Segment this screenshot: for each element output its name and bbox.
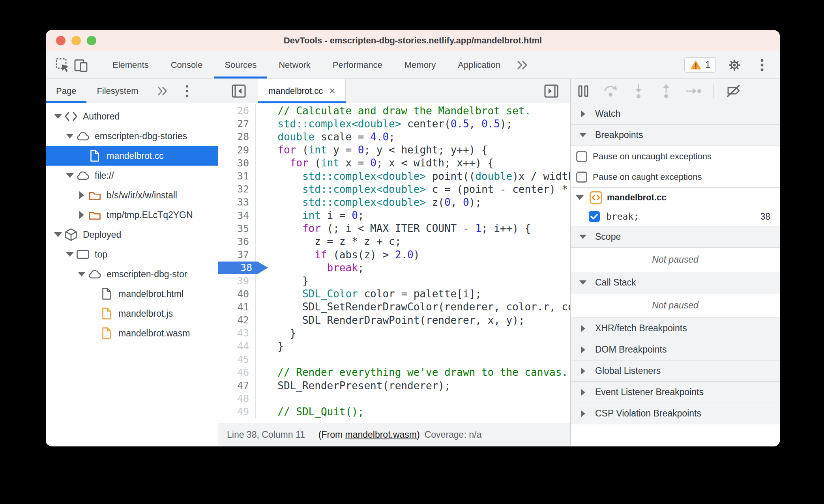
line-number[interactable]: 39 (218, 274, 256, 287)
tree-item-mandelbrot-cc[interactable]: mandelbrot.cc (46, 146, 218, 166)
line-number[interactable]: 26 (218, 104, 256, 117)
line-number[interactable]: 43 (218, 327, 256, 340)
chevron-down-icon[interactable] (64, 252, 76, 257)
kebab-icon[interactable] (753, 56, 771, 74)
tree-item-authored[interactable]: Authored (46, 106, 218, 126)
line-number[interactable]: 30 (218, 157, 256, 170)
code-line-43[interactable]: 43 } (218, 327, 570, 340)
code-line-29[interactable]: 29 for (int y = 0; y < height; y++) { (218, 144, 570, 157)
chevron-down-icon[interactable] (52, 232, 64, 237)
tree-item-mandelbrot-wasm[interactable]: mandelbrot.wasm (46, 323, 218, 343)
code-line-38[interactable]: 38 break; (218, 261, 570, 274)
chevron-right-icon[interactable] (76, 191, 88, 199)
issues-badge[interactable]: 1 (684, 57, 716, 73)
checkbox-unchecked[interactable] (576, 151, 587, 162)
checkbox-row-pause-on-caught-exceptions[interactable]: Pause on caught exceptions (571, 167, 780, 188)
code-editor[interactable]: 26 // Calculate and draw the Mandelbrot … (218, 103, 570, 423)
tab-performance[interactable]: Performance (322, 51, 393, 78)
line-number[interactable]: 49 (218, 405, 256, 418)
tree-item-mandelbrot-html[interactable]: mandelbrot.html (46, 284, 218, 304)
section-header-event-listener-breakpoints[interactable]: Event Listener Breakpoints (571, 382, 780, 403)
pause-icon[interactable] (575, 82, 592, 100)
sidebar-tab-filesystem[interactable]: Filesystem (86, 79, 148, 103)
code-line-26[interactable]: 26 // Calculate and draw the Mandelbrot … (218, 104, 570, 117)
line-number[interactable]: 29 (218, 144, 256, 157)
tree-item-deployed[interactable]: Deployed (46, 225, 218, 245)
more-panels-icon[interactable] (511, 60, 533, 71)
minimize-window-button[interactable] (71, 36, 81, 45)
line-number[interactable]: 38 (218, 261, 256, 274)
code-line-46[interactable]: 46 // Render everything we've drawn to t… (218, 366, 570, 379)
line-number[interactable]: 47 (218, 379, 256, 392)
section-header-scope[interactable]: Scope (571, 226, 780, 248)
sidebar-divider[interactable] (218, 79, 218, 446)
breakpoint-marker[interactable]: 38 (218, 261, 268, 274)
code-line-39[interactable]: 39 } (218, 274, 570, 287)
line-number[interactable]: 33 (218, 196, 256, 209)
chevron-down-icon[interactable] (52, 114, 64, 119)
tab-network[interactable]: Network (268, 51, 322, 78)
line-number[interactable]: 44 (218, 340, 256, 353)
line-number[interactable]: 37 (218, 248, 256, 261)
tree-item-b-s-w-ir-x-w-install[interactable]: b/s/w/ir/x/w/install (46, 185, 218, 205)
line-number[interactable]: 34 (218, 209, 256, 222)
step-icon[interactable] (685, 82, 702, 100)
tree-item-emscripten-dbg-stor[interactable]: emscripten-dbg-stor (46, 264, 218, 284)
code-line-34[interactable]: 34 int i = 0; (218, 209, 570, 222)
code-line-42[interactable]: 42 SDL_RenderDrawPoint(renderer, x, y); (218, 314, 570, 327)
tab-sources[interactable]: Sources (213, 51, 268, 78)
chevron-right-icon[interactable] (76, 211, 88, 219)
line-number[interactable]: 48 (218, 392, 256, 405)
code-line-47[interactable]: 47 SDL_RenderPresent(renderer); (218, 379, 570, 392)
line-number[interactable]: 31 (218, 170, 256, 183)
tab-elements[interactable]: Elements (101, 51, 160, 78)
code-line-36[interactable]: 36 z = z * z + c; (218, 235, 570, 248)
close-tab-icon[interactable]: × (329, 85, 335, 97)
section-header-xhr-fetch-breakpoints[interactable]: XHR/fetch Breakpoints (571, 318, 780, 339)
tree-item-tmp-tmp-elctq2ygn[interactable]: tmp/tmp.ELcTq2YGN (46, 205, 218, 225)
line-number[interactable]: 41 (218, 301, 256, 314)
section-header-dom-breakpoints[interactable]: DOM Breakpoints (571, 339, 780, 360)
checkbox-checked[interactable] (589, 211, 600, 222)
editor-divider[interactable] (570, 79, 571, 446)
breakpoint-group-mandelbrot-cc[interactable]: mandelbrot.cc (571, 188, 780, 207)
chevron-down-icon[interactable] (76, 272, 88, 276)
code-line-40[interactable]: 40 SDL_Color color = palette[i]; (218, 287, 570, 301)
collapse-left-panel-icon[interactable] (230, 82, 247, 100)
section-header-global-listeners[interactable]: Global Listeners (571, 360, 780, 382)
inspect-icon[interactable] (54, 56, 72, 74)
code-line-41[interactable]: 41 SDL_SetRenderDrawColor(renderer, colo… (218, 301, 570, 314)
checkbox-row-pause-on-uncaught-exceptions[interactable]: Pause on uncaught exceptions (571, 146, 780, 167)
line-number[interactable]: 28 (218, 130, 256, 143)
code-line-48[interactable]: 48 (218, 392, 570, 405)
code-line-32[interactable]: 32 std::complex<double> c = (point - cen… (218, 183, 570, 196)
checkbox-unchecked[interactable] (576, 172, 587, 183)
step-out-icon[interactable] (657, 82, 675, 100)
gear-icon[interactable] (725, 56, 743, 74)
line-number[interactable]: 45 (218, 353, 256, 366)
code-line-35[interactable]: 35 for (; i < MAX_ITER_COUNT - 1; i++) { (218, 222, 570, 235)
editor-tab-mandelbrot-cc[interactable]: mandelbrot.cc × (258, 79, 346, 103)
code-line-45[interactable]: 45 (218, 353, 570, 366)
section-header-csp-violation-breakpoints[interactable]: CSP Violation Breakpoints (571, 403, 780, 424)
line-number[interactable]: 32 (218, 183, 256, 196)
line-number[interactable]: 46 (218, 366, 256, 379)
more-sidebar-tabs-icon[interactable] (153, 86, 172, 96)
device-toolbar-icon[interactable] (72, 56, 90, 74)
tree-item-mandelbrot-js[interactable]: mandelbrot.js (46, 304, 218, 323)
line-number[interactable]: 42 (218, 314, 256, 327)
wasm-source-link[interactable]: mandelbrot.wasm (345, 429, 417, 440)
chevron-down-icon[interactable] (64, 173, 76, 178)
code-line-31[interactable]: 31 std::complex<double> point((double)x … (218, 170, 570, 183)
code-line-28[interactable]: 28 double scale = 4.0; (218, 130, 570, 143)
tab-console[interactable]: Console (160, 51, 214, 78)
show-right-panel-icon[interactable] (543, 82, 560, 100)
close-window-button[interactable] (56, 36, 66, 45)
tree-item-file-[interactable]: file:// (46, 166, 218, 185)
tree-item-top[interactable]: top (46, 245, 218, 264)
section-header-watch[interactable]: Watch (571, 103, 780, 125)
line-number[interactable]: 36 (218, 235, 256, 248)
line-number[interactable]: 35 (218, 222, 256, 235)
code-line-44[interactable]: 44 } (218, 340, 570, 353)
section-header-breakpoints[interactable]: Breakpoints (571, 125, 780, 146)
